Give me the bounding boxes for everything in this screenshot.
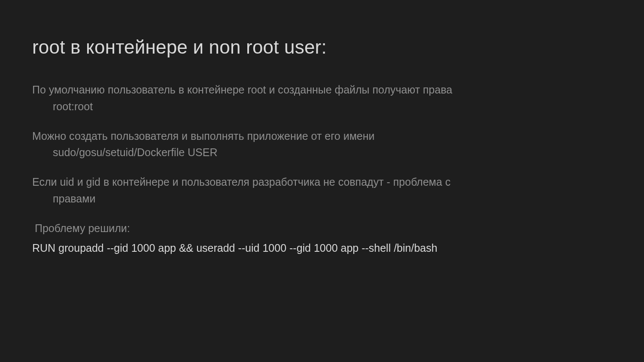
bullet-item: По умолчанию пользователь в контейнере r… [32,81,612,115]
bullet-item: Можно создать пользователя и выполнять п… [32,128,612,161]
bullet-main-text: Если uid и gid в контейнере и пользовате… [32,174,612,190]
slide-title: root в контейнере и non root user: [32,36,612,58]
solution-label: Проблему решили: [32,220,612,237]
slide: root в контейнере и non root user: По ум… [0,0,644,362]
bullet-sub-text: root:root [32,98,612,115]
bullet-main-text: Можно создать пользователя и выполнять п… [32,128,612,145]
bullet-sub-text: sudo/gosu/setuid/Dockerfile USER [32,144,612,161]
solution-code: RUN groupadd --gid 1000 app && useradd -… [32,240,612,256]
bullet-item: Если uid и gid в контейнере и пользовате… [32,174,612,207]
bullet-main-text: По умолчанию пользователь в контейнере r… [32,81,612,98]
slide-content: По умолчанию пользователь в контейнере r… [32,81,612,256]
bullet-sub-text: правами [32,190,612,207]
